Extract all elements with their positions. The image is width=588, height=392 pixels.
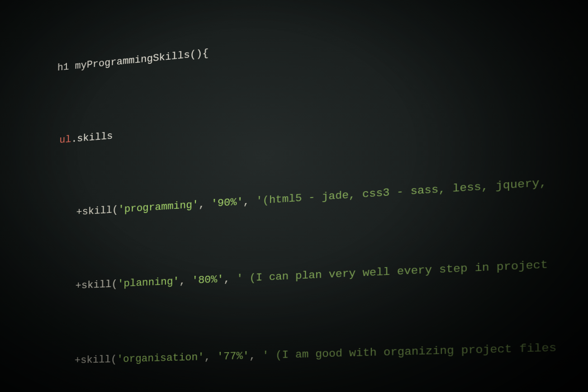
token-comma: , (204, 351, 217, 363)
token-string: '80%' (192, 274, 223, 287)
token-tag: ul (59, 134, 71, 146)
token-comma: , (199, 198, 211, 211)
token-string: ' (I can plan very well every step in pr… (237, 259, 548, 285)
token-comma: , (249, 350, 262, 362)
token-string: '(html5 - jade, css3 - sass, less, jquer… (256, 176, 547, 207)
token-class: .skills (71, 130, 113, 145)
token-string: 'organisation' (117, 351, 204, 365)
token-paren: ( (111, 354, 117, 365)
token-mixin: +skill (76, 279, 112, 292)
token-function: myProgrammingSkills (75, 49, 190, 72)
token-mixin: +skill (75, 354, 111, 367)
code-line: +skill('programming', '90%', '(html5 - j… (44, 158, 588, 224)
token-string: '90%' (211, 196, 243, 209)
token-brace: (){ (190, 47, 209, 61)
token-mixin: +skill (76, 204, 112, 218)
token-comma: , (179, 275, 192, 288)
code-line: h1 myProgrammingSkills(){ (46, 0, 588, 79)
code-line: +skill('planning', '80%', ' (I can plan … (43, 245, 588, 297)
token-string: '77%' (217, 350, 249, 363)
token-string: ' (I am good with organizing project fil… (262, 342, 557, 362)
code-line: ul.skills (45, 72, 588, 151)
token-string: 'planning' (118, 276, 180, 290)
token-string: 'programming' (118, 199, 199, 216)
token-paren: ( (112, 204, 119, 216)
code-editor-viewport: h1 myProgrammingSkills(){ ul.skills +ski… (35, 0, 588, 392)
token-paren: ( (111, 279, 118, 290)
token-text: h1 (46, 61, 75, 75)
code-line: +skill('organisation', '77%', ' (I am go… (42, 332, 588, 371)
token-comma: , (223, 273, 236, 285)
token-comma: , (243, 195, 256, 208)
